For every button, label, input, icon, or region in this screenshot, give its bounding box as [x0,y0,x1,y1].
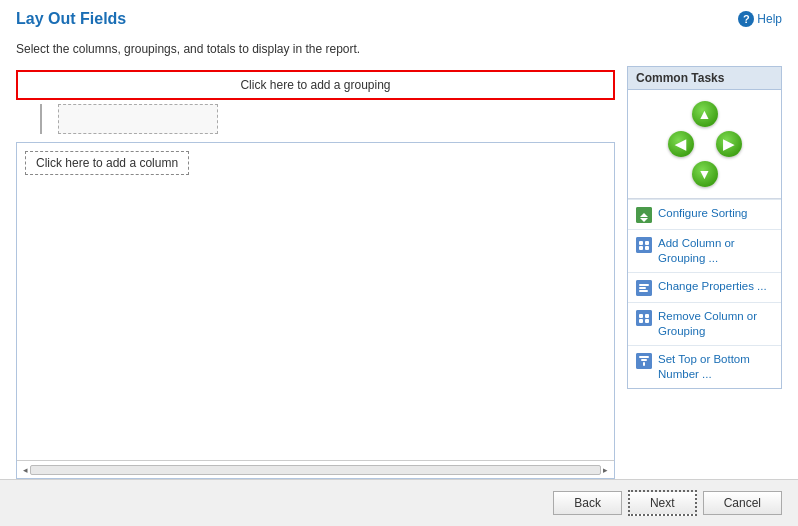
svg-rect-6 [639,246,643,250]
arrow-right-icon: ▶ [716,131,742,157]
help-label: Help [757,12,782,26]
svg-rect-10 [639,287,646,289]
cancel-button[interactable]: Cancel [703,491,782,515]
change-properties-icon [636,280,652,296]
remove-column-icon [636,310,652,326]
add-column-button[interactable]: Click here to add a column [25,151,189,175]
back-button[interactable]: Back [553,491,622,515]
arrow-controls: ▲ ◀ ▶ ▼ [628,90,781,198]
grouping-placeholder [58,104,218,134]
layout-area: Click here to add a grouping Click here … [16,66,615,479]
svg-rect-19 [641,359,647,361]
svg-rect-4 [639,241,643,245]
main-content: Click here to add a grouping Click here … [0,66,798,479]
svg-rect-18 [639,356,649,358]
add-column-grouping-label: Add Column orGrouping ... [658,236,735,266]
svg-rect-20 [643,362,645,366]
add-grouping-button[interactable]: Click here to add a grouping [16,70,615,100]
column-scrollbar[interactable]: ◂ ▸ [17,460,614,478]
add-column-grouping-item[interactable]: Add Column orGrouping ... [628,229,781,272]
scrollbar-track[interactable] [30,465,601,475]
set-top-bottom-label: Set Top or BottomNumber ... [658,352,750,382]
subtitle: Select the columns, groupings, and total… [0,36,798,66]
svg-rect-5 [645,241,649,245]
svg-rect-15 [639,319,643,323]
next-button[interactable]: Next [628,490,697,516]
help-icon: ? [738,11,754,27]
remove-column-grouping-label: Remove Column orGrouping [658,309,757,339]
arrow-left-button[interactable]: ◀ [667,130,695,158]
arrow-down-button[interactable]: ▼ [691,160,719,188]
arrow-down-icon: ▼ [692,161,718,187]
configure-sorting-item[interactable]: Configure Sorting [628,199,781,229]
header: Lay Out Fields ? Help [0,0,798,36]
change-properties-label: Change Properties ... [658,279,767,294]
svg-rect-12 [636,310,652,326]
svg-rect-11 [639,290,648,292]
change-properties-item[interactable]: Change Properties ... [628,272,781,302]
remove-column-grouping-item[interactable]: Remove Column orGrouping [628,302,781,345]
arrow-row-top: ▲ [691,100,719,128]
svg-rect-3 [636,237,652,253]
svg-rect-9 [639,284,649,286]
arrow-up-icon: ▲ [692,101,718,127]
arrow-right-button[interactable]: ▶ [715,130,743,158]
add-column-icon [636,237,652,253]
scroll-right-icon[interactable]: ▸ [601,463,610,477]
common-tasks-panel: Common Tasks ▲ ◀ ▶ [627,66,782,479]
svg-rect-7 [645,246,649,250]
sort-icon [636,207,652,223]
svg-rect-13 [639,314,643,318]
page-container: Lay Out Fields ? Help Select the columns… [0,0,798,526]
set-top-bottom-icon [636,353,652,369]
arrow-row-middle: ◀ ▶ [667,130,743,158]
set-top-bottom-item[interactable]: Set Top or BottomNumber ... [628,345,781,388]
scroll-left-icon[interactable]: ◂ [21,463,30,477]
common-tasks-title: Common Tasks [627,66,782,89]
column-area: Click here to add a column ◂ ▸ [16,142,615,479]
arrow-up-button[interactable]: ▲ [691,100,719,128]
svg-rect-16 [645,319,649,323]
help-link[interactable]: ? Help [738,11,782,27]
footer: Back Next Cancel [0,479,798,526]
arrow-row-bottom: ▼ [691,160,719,188]
svg-rect-14 [645,314,649,318]
configure-sorting-label: Configure Sorting [658,206,748,221]
common-tasks-body: ▲ ◀ ▶ ▼ [627,89,782,389]
arrow-left-icon: ◀ [668,131,694,157]
page-title: Lay Out Fields [16,10,126,28]
